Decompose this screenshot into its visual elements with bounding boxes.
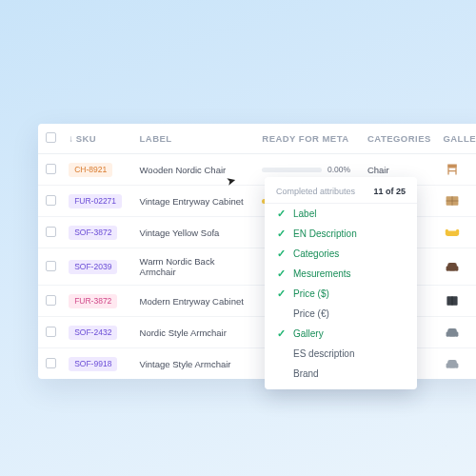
row-checkbox[interactable] xyxy=(46,164,56,174)
product-label: Warm Nordic Back Armchair xyxy=(134,248,257,286)
product-label: Vintage Style Armchair xyxy=(134,348,257,380)
row-checkbox[interactable] xyxy=(46,327,56,337)
check-icon: ✓ xyxy=(276,248,287,259)
column-categories[interactable]: CATEGORIES xyxy=(362,124,437,154)
svg-rect-5 xyxy=(446,266,449,271)
check-icon: ✓ xyxy=(276,328,287,339)
sort-desc-icon: ↓ xyxy=(69,133,73,144)
sku-pill[interactable]: SOF-2432 xyxy=(69,326,117,340)
popover-attribute-item[interactable]: ✓Label xyxy=(265,204,417,224)
row-checkbox[interactable] xyxy=(46,195,56,206)
popover-header: Completed attributes 11 of 25 xyxy=(265,185,417,204)
check-icon: ✓ xyxy=(276,288,287,299)
svg-rect-10 xyxy=(455,331,458,337)
row-checkbox[interactable] xyxy=(46,261,56,271)
column-gallery[interactable]: GALLERY xyxy=(437,124,476,154)
check-icon: ✓ xyxy=(276,208,287,219)
popover-attribute-item[interactable]: ✓Gallery xyxy=(265,324,417,344)
column-sku[interactable]: ↓SKU xyxy=(63,124,133,154)
check-icon: ✓ xyxy=(276,268,287,279)
popover-attribute-item[interactable]: ✓EN Description xyxy=(265,224,417,244)
popover-attribute-label: ES description xyxy=(293,348,354,359)
popover-attribute-item[interactable]: ✓Price (€) xyxy=(265,304,417,324)
sku-pill[interactable]: FUR-3872 xyxy=(69,294,117,308)
svg-rect-3 xyxy=(456,229,459,234)
row-checkbox[interactable] xyxy=(46,358,56,368)
column-ready[interactable]: READY FOR META xyxy=(256,124,362,154)
popover-attribute-label: EN Description xyxy=(293,228,357,239)
check-icon: ✓ xyxy=(276,228,287,239)
popover-attribute-label: Categories xyxy=(293,248,339,259)
svg-rect-9 xyxy=(446,331,449,337)
popover-attribute-item[interactable]: ✓Price ($) xyxy=(265,284,417,304)
progress-bar xyxy=(262,168,322,172)
popover-attribute-label: Mesurements xyxy=(293,268,351,279)
popover-attribute-label: Gallery xyxy=(293,328,324,339)
product-thumb-icon xyxy=(443,225,462,240)
product-thumb-icon xyxy=(443,162,462,177)
sku-pill[interactable]: CH-8921 xyxy=(69,163,112,177)
popover-attribute-item[interactable]: ✓Mesurements xyxy=(265,264,417,284)
popover-count: 11 of 25 xyxy=(373,187,406,196)
sku-pill[interactable]: SOF-3872 xyxy=(69,226,117,240)
sku-pill[interactable]: SOF-9918 xyxy=(69,357,117,371)
column-gallery-text: GALLERY xyxy=(443,133,476,144)
column-label[interactable]: LABEL xyxy=(134,124,257,154)
popover-attribute-label: Price ($) xyxy=(293,288,329,299)
svg-rect-13 xyxy=(455,363,458,368)
popover-attribute-label: Price (€) xyxy=(293,308,329,319)
sku-pill[interactable]: FUR-02271 xyxy=(69,194,122,208)
sku-pill[interactable]: SOF-2039 xyxy=(69,260,117,274)
product-thumb-icon xyxy=(443,325,462,340)
popover-attribute-label: Label xyxy=(293,208,316,219)
row-checkbox[interactable] xyxy=(46,227,56,237)
popover-title: Completed attributes xyxy=(276,187,355,196)
row-checkbox[interactable] xyxy=(46,295,56,306)
product-label: Modern Entryway Cabinet xyxy=(134,286,257,317)
svg-rect-12 xyxy=(446,363,449,368)
svg-rect-6 xyxy=(455,266,458,271)
popover-attribute-item[interactable]: ✓Categories xyxy=(265,244,417,264)
product-thumb-icon xyxy=(443,259,462,274)
progress-percent: 0.00% xyxy=(327,165,356,174)
table-header-row: ↓SKU LABEL READY FOR META CATEGORIES GAL… xyxy=(38,124,476,154)
svg-rect-2 xyxy=(446,229,448,234)
column-categories-text: CATEGORIES xyxy=(367,133,431,144)
popover-attribute-item[interactable]: ✓ES description xyxy=(265,344,417,364)
popover-attribute-item[interactable]: ✓Brand xyxy=(265,364,417,384)
product-thumb-icon xyxy=(443,356,462,371)
column-sku-label: SKU xyxy=(76,133,96,144)
attributes-popover: Completed attributes 11 of 25 ✓Label✓EN … xyxy=(265,177,417,389)
column-label-text: LABEL xyxy=(140,133,172,144)
product-thumb-icon xyxy=(443,293,462,308)
product-label: Vintage Yellow Sofa xyxy=(134,217,257,248)
column-select[interactable] xyxy=(38,124,63,154)
product-label: Wooden Nordic Chair xyxy=(134,154,257,186)
select-all-checkbox[interactable] xyxy=(46,132,56,143)
product-thumb-icon xyxy=(443,193,462,208)
product-label: Nordic Style Armchair xyxy=(134,317,257,348)
column-ready-text: READY FOR META xyxy=(262,133,348,144)
product-label: Vintage Entryway Cabinet xyxy=(134,186,257,217)
popover-attribute-label: Brand xyxy=(293,368,319,379)
